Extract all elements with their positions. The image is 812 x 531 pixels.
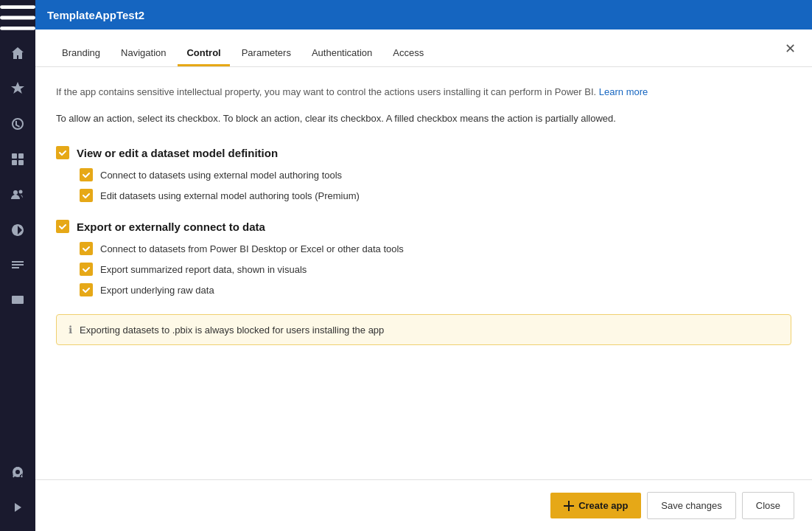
footer: Create app Save changes Close [35,479,812,531]
tab-access[interactable]: Access [384,41,433,66]
create-app-button[interactable]: Create app [550,493,641,518]
learn-icon[interactable] [0,248,35,283]
svg-rect-3 [12,153,17,159]
sidebar [0,0,35,531]
svg-point-8 [19,190,23,194]
svg-rect-0 [0,5,35,9]
workspace-icon[interactable] [0,283,35,319]
settings-icon[interactable] [0,454,35,490]
hamburger-menu[interactable] [0,0,35,35]
svg-rect-1 [0,16,35,20]
svg-rect-2 [0,27,35,30]
dialog-content: If the app contains sensitive intellectu… [35,67,812,479]
section-title-2: Export or externally connect to data [77,221,265,233]
label-connect-desktop: Connect to datasets from Power BI Deskto… [100,243,404,254]
tab-parameters[interactable]: Parameters [233,41,300,66]
info-banner-text: Exporting datasets to .pbix is always bl… [80,324,384,336]
checkbox-export-raw[interactable] [80,283,93,296]
checkbox-edit-external[interactable] [80,189,93,202]
svg-rect-9 [12,296,24,304]
tab-bar: Branding Navigation Control Parameters A… [35,30,812,67]
dialog: Branding Navigation Control Parameters A… [35,30,812,531]
checkbox-export-summarized[interactable] [80,263,93,276]
section-title-1: View or edit a dataset model definition [77,147,278,159]
deploy-icon[interactable] [0,212,35,248]
instruction-text: To allow an action, select its checkbox.… [56,111,791,126]
section-header-1: View or edit a dataset model definition [56,146,791,159]
checkbox-item-edit-external: Edit datasets using external model autho… [80,189,791,202]
expand-icon[interactable] [0,490,35,525]
info-banner: ℹ Exporting datasets to .pbix is always … [56,314,791,345]
svg-rect-4 [18,153,24,159]
tab-branding[interactable]: Branding [53,41,109,66]
checkbox-item-connect-desktop: Connect to datasets from Power BI Deskto… [80,242,791,255]
app-title: TemplateAppTest2 [47,9,144,21]
main-content: TemplateAppTest2 Branding Navigation Con… [35,0,812,531]
close-dialog-button[interactable]: ✕ [780,38,800,59]
checkbox-connect-external[interactable] [80,168,93,181]
favorites-icon[interactable] [0,71,35,106]
tab-control[interactable]: Control [178,41,229,66]
checkbox-export-connect[interactable] [56,220,69,233]
learn-more-link[interactable]: Learn more [599,86,648,97]
checkbox-item-export-raw: Export underlying raw data [80,283,791,296]
section-header-2: Export or externally connect to data [56,220,791,233]
svg-rect-11 [564,505,574,507]
info-circle-icon: ℹ [69,324,72,336]
sub-items-2: Connect to datasets from Power BI Deskto… [56,242,791,296]
create-app-icon [564,501,574,511]
label-export-summarized: Export summarized report data, shown in … [100,264,307,275]
checkbox-connect-desktop[interactable] [80,242,93,255]
info-paragraph: If the app contains sensitive intellectu… [56,85,791,100]
checkbox-item-export-summarized: Export summarized report data, shown in … [80,263,791,276]
label-edit-external: Edit datasets using external model autho… [100,190,360,201]
svg-rect-5 [12,160,17,165]
label-connect-external: Connect to datasets using external model… [100,170,342,181]
tab-navigation[interactable]: Navigation [112,41,175,66]
topbar: TemplateAppTest2 [35,0,812,30]
label-export-raw: Export underlying raw data [100,285,214,296]
home-icon[interactable] [0,35,35,71]
apps-icon[interactable] [0,142,35,177]
recent-icon[interactable] [0,106,35,142]
close-button[interactable]: Close [742,492,794,519]
checkbox-view-edit-dataset[interactable] [56,146,69,159]
svg-rect-6 [18,160,24,165]
tab-authentication[interactable]: Authentication [303,41,381,66]
save-changes-button[interactable]: Save changes [647,492,735,519]
shared-icon[interactable] [0,177,35,212]
sub-items-1: Connect to datasets using external model… [56,168,791,202]
section-view-edit-dataset: View or edit a dataset model definition … [56,146,791,202]
svg-point-7 [13,190,18,195]
section-export-connect: Export or externally connect to data Con… [56,220,791,296]
checkbox-item-connect-external: Connect to datasets using external model… [80,168,791,181]
